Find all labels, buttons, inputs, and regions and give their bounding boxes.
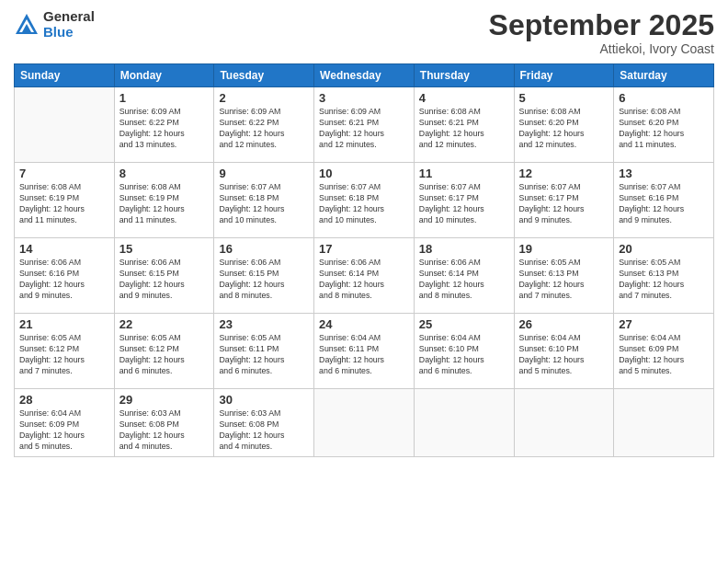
page: General Blue September 2025 Attiekoi, Iv…	[0, 0, 728, 563]
table-row: 8Sunrise: 6:08 AM Sunset: 6:19 PM Daylig…	[114, 163, 214, 238]
col-monday: Monday	[114, 64, 214, 87]
table-row: 16Sunrise: 6:06 AM Sunset: 6:15 PM Dayli…	[214, 238, 314, 314]
day-info: Sunrise: 6:09 AM Sunset: 6:21 PM Dayligh…	[319, 107, 409, 151]
day-number: 25	[419, 317, 509, 331]
table-row: 22Sunrise: 6:05 AM Sunset: 6:12 PM Dayli…	[114, 314, 214, 389]
day-number: 21	[19, 317, 109, 331]
day-number: 20	[619, 242, 709, 256]
table-row: 1Sunrise: 6:09 AM Sunset: 6:22 PM Daylig…	[114, 87, 214, 163]
calendar-table: Sunday Monday Tuesday Wednesday Thursday…	[14, 63, 714, 457]
day-number: 28	[19, 393, 109, 407]
day-info: Sunrise: 6:07 AM Sunset: 6:16 PM Dayligh…	[619, 182, 709, 226]
table-row: 29Sunrise: 6:03 AM Sunset: 6:08 PM Dayli…	[114, 389, 214, 457]
col-friday: Friday	[514, 64, 614, 87]
day-number: 9	[219, 167, 309, 180]
table-row: 11Sunrise: 6:07 AM Sunset: 6:17 PM Dayli…	[414, 163, 514, 238]
day-info: Sunrise: 6:05 AM Sunset: 6:11 PM Dayligh…	[219, 333, 309, 377]
month-title: September 2025	[489, 9, 714, 41]
table-row: 2Sunrise: 6:09 AM Sunset: 6:22 PM Daylig…	[214, 87, 314, 163]
day-number: 11	[419, 167, 509, 180]
day-info: Sunrise: 6:04 AM Sunset: 6:10 PM Dayligh…	[519, 333, 609, 377]
day-number: 12	[519, 167, 609, 180]
day-info: Sunrise: 6:05 AM Sunset: 6:13 PM Dayligh…	[519, 258, 609, 302]
day-info: Sunrise: 6:05 AM Sunset: 6:12 PM Dayligh…	[19, 333, 109, 377]
col-saturday: Saturday	[614, 64, 714, 87]
day-number: 13	[619, 167, 709, 180]
day-number: 27	[619, 317, 709, 331]
day-number: 15	[119, 242, 210, 256]
logo-blue: Blue	[43, 25, 95, 40]
day-info: Sunrise: 6:07 AM Sunset: 6:17 PM Dayligh…	[519, 182, 609, 226]
table-row: 27Sunrise: 6:04 AM Sunset: 6:09 PM Dayli…	[614, 314, 714, 389]
day-info: Sunrise: 6:04 AM Sunset: 6:09 PM Dayligh…	[619, 333, 709, 377]
day-info: Sunrise: 6:03 AM Sunset: 6:08 PM Dayligh…	[219, 408, 309, 453]
calendar-header-row: Sunday Monday Tuesday Wednesday Thursday…	[15, 64, 714, 87]
day-number: 14	[19, 242, 109, 256]
day-number: 3	[319, 91, 409, 105]
table-row: 20Sunrise: 6:05 AM Sunset: 6:13 PM Dayli…	[614, 238, 714, 314]
day-number: 7	[19, 167, 109, 180]
table-row: 15Sunrise: 6:06 AM Sunset: 6:15 PM Dayli…	[114, 238, 214, 314]
header: General Blue September 2025 Attiekoi, Iv…	[14, 9, 714, 56]
day-number: 19	[519, 242, 609, 256]
day-number: 2	[219, 91, 309, 105]
table-row: 12Sunrise: 6:07 AM Sunset: 6:17 PM Dayli…	[514, 163, 614, 238]
day-info: Sunrise: 6:08 AM Sunset: 6:20 PM Dayligh…	[619, 107, 709, 151]
table-row: 6Sunrise: 6:08 AM Sunset: 6:20 PM Daylig…	[614, 87, 714, 163]
table-row	[614, 389, 714, 457]
table-row: 9Sunrise: 6:07 AM Sunset: 6:18 PM Daylig…	[214, 163, 314, 238]
logo-text: General Blue	[43, 9, 95, 40]
day-info: Sunrise: 6:06 AM Sunset: 6:15 PM Dayligh…	[219, 258, 309, 302]
day-info: Sunrise: 6:04 AM Sunset: 6:09 PM Dayligh…	[19, 408, 109, 453]
day-number: 24	[319, 317, 409, 331]
day-number: 4	[419, 91, 509, 105]
day-info: Sunrise: 6:08 AM Sunset: 6:21 PM Dayligh…	[419, 107, 509, 151]
title-block: September 2025 Attiekoi, Ivory Coast	[489, 9, 714, 56]
day-number: 23	[219, 317, 309, 331]
day-info: Sunrise: 6:04 AM Sunset: 6:11 PM Dayligh…	[319, 333, 409, 377]
col-wednesday: Wednesday	[314, 64, 415, 87]
day-info: Sunrise: 6:06 AM Sunset: 6:14 PM Dayligh…	[419, 258, 509, 302]
day-number: 22	[119, 317, 210, 331]
location: Attiekoi, Ivory Coast	[489, 41, 714, 56]
table-row: 4Sunrise: 6:08 AM Sunset: 6:21 PM Daylig…	[414, 87, 514, 163]
day-number: 6	[619, 91, 709, 105]
table-row: 18Sunrise: 6:06 AM Sunset: 6:14 PM Dayli…	[414, 238, 514, 314]
col-thursday: Thursday	[414, 64, 514, 87]
logo: General Blue	[14, 9, 95, 40]
day-number: 17	[319, 242, 409, 256]
table-row: 7Sunrise: 6:08 AM Sunset: 6:19 PM Daylig…	[15, 163, 115, 238]
logo-general: General	[43, 9, 95, 25]
col-tuesday: Tuesday	[214, 64, 314, 87]
table-row: 26Sunrise: 6:04 AM Sunset: 6:10 PM Dayli…	[514, 314, 614, 389]
day-info: Sunrise: 6:08 AM Sunset: 6:19 PM Dayligh…	[119, 182, 210, 226]
day-number: 1	[119, 91, 210, 105]
day-number: 16	[219, 242, 309, 256]
table-row: 24Sunrise: 6:04 AM Sunset: 6:11 PM Dayli…	[314, 314, 415, 389]
day-info: Sunrise: 6:07 AM Sunset: 6:18 PM Dayligh…	[319, 182, 409, 226]
day-info: Sunrise: 6:05 AM Sunset: 6:13 PM Dayligh…	[619, 258, 709, 302]
table-row	[414, 389, 514, 457]
table-row: 13Sunrise: 6:07 AM Sunset: 6:16 PM Dayli…	[614, 163, 714, 238]
table-row: 14Sunrise: 6:06 AM Sunset: 6:16 PM Dayli…	[15, 238, 115, 314]
day-info: Sunrise: 6:06 AM Sunset: 6:15 PM Dayligh…	[119, 258, 210, 302]
table-row: 3Sunrise: 6:09 AM Sunset: 6:21 PM Daylig…	[314, 87, 415, 163]
table-row	[15, 87, 115, 163]
table-row: 17Sunrise: 6:06 AM Sunset: 6:14 PM Dayli…	[314, 238, 415, 314]
day-info: Sunrise: 6:09 AM Sunset: 6:22 PM Dayligh…	[219, 107, 309, 151]
table-row	[514, 389, 614, 457]
day-number: 10	[319, 167, 409, 180]
table-row: 28Sunrise: 6:04 AM Sunset: 6:09 PM Dayli…	[15, 389, 115, 457]
logo-icon	[14, 12, 40, 38]
table-row: 10Sunrise: 6:07 AM Sunset: 6:18 PM Dayli…	[314, 163, 415, 238]
day-info: Sunrise: 6:07 AM Sunset: 6:17 PM Dayligh…	[419, 182, 509, 226]
table-row: 21Sunrise: 6:05 AM Sunset: 6:12 PM Dayli…	[15, 314, 115, 389]
day-info: Sunrise: 6:04 AM Sunset: 6:10 PM Dayligh…	[419, 333, 509, 377]
day-number: 30	[219, 393, 309, 407]
day-number: 5	[519, 91, 609, 105]
table-row: 30Sunrise: 6:03 AM Sunset: 6:08 PM Dayli…	[214, 389, 314, 457]
day-info: Sunrise: 6:07 AM Sunset: 6:18 PM Dayligh…	[219, 182, 309, 226]
day-number: 29	[119, 393, 210, 407]
day-info: Sunrise: 6:09 AM Sunset: 6:22 PM Dayligh…	[119, 107, 210, 151]
col-sunday: Sunday	[15, 64, 115, 87]
